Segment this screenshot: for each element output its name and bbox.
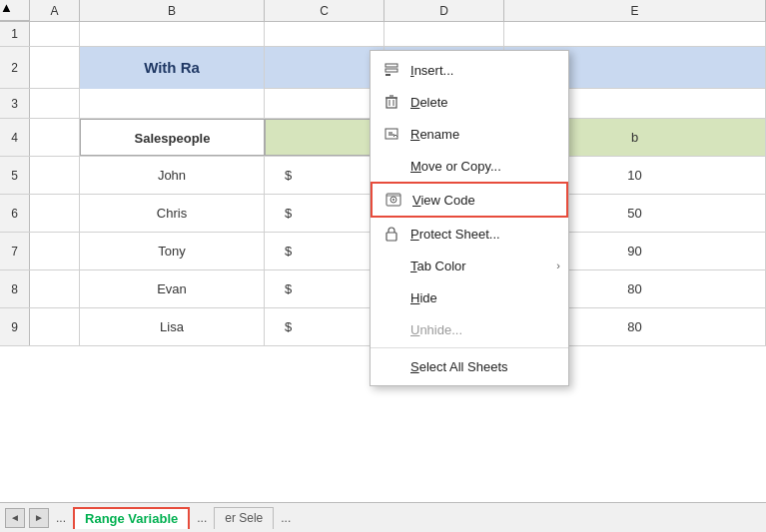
menu-protect-label: Protect Sheet... [410,227,500,242]
tab-bar: ◄ ► ... Range Variable ... er Sele ... [0,502,766,532]
menu-delete-label: Delete [410,95,448,110]
row-header-4[interactable]: 4 [0,119,30,156]
cell-2b[interactable]: With Ra [80,47,265,89]
protect-icon [381,223,402,245]
row-header-2[interactable]: 2 [0,47,30,88]
cell-8c[interactable]: $ [265,270,384,307]
movecopy-icon [381,155,402,177]
menu-item-delete[interactable]: Delete [371,86,568,118]
menu-hide-label: Hide [410,290,437,305]
cell-8a[interactable] [30,270,80,307]
tab-dots-far-right: ... [278,511,294,525]
cell-5a[interactable] [30,157,80,194]
cell-7b[interactable]: Tony [80,233,265,269]
tabcolor-icon [381,255,402,276]
menu-movecopy-label: Move or Copy... [410,159,501,174]
cell-1a[interactable] [30,22,80,46]
tab-nav-right-btn[interactable]: ► [29,508,49,528]
hide-icon [381,286,402,308]
svg-rect-15 [386,233,396,241]
row-1: 1 [0,22,766,47]
col-header-d[interactable]: D [384,0,504,21]
cell-3a[interactable] [30,89,80,118]
cell-6a[interactable] [30,195,80,232]
row-header-8[interactable]: 8 [0,270,30,307]
menu-selectall-label: Select All Sheets [410,359,508,374]
tab-other[interactable]: er Sele [214,507,274,529]
menu-item-viewcode[interactable]: View Code [371,182,568,218]
menu-rename-label: Rename [410,127,459,142]
menu-item-hide[interactable]: Hide [371,281,568,313]
spreadsheet: ▲ A B C D E 1 2 With Ra 3 4 Salespeople [0,0,766,532]
cell-1d[interactable] [384,22,504,46]
unhide-icon [381,318,402,340]
tab-range-variable[interactable]: Range Variable [73,507,190,529]
row-header-3[interactable]: 3 [0,89,30,118]
menu-item-movecopy[interactable]: Move or Copy... [371,150,568,182]
cell-9b[interactable]: Lisa [80,308,265,345]
col-header-b[interactable]: B [80,0,265,21]
tab-dots-left: ... [53,511,69,525]
tab-nav-left-btn[interactable]: ◄ [5,508,25,528]
cell-3b[interactable] [80,89,265,118]
tabcolor-arrow-icon: › [556,260,560,271]
cell-5b[interactable]: John [80,157,265,194]
cell-1e[interactable] [504,22,766,46]
svg-rect-2 [385,74,390,76]
rename-icon [381,123,402,145]
svg-rect-8 [385,129,397,139]
cell-6c[interactable]: $ [265,195,384,232]
cell-7c[interactable]: $ [265,233,384,269]
viewcode-icon [383,189,404,211]
menu-viewcode-label: View Code [412,193,475,208]
row-header-7[interactable]: 7 [0,233,30,269]
row-header-1[interactable]: 1 [0,22,30,46]
menu-item-protect[interactable]: Protect Sheet... [371,218,568,250]
menu-item-tabcolor[interactable]: Tab Color › [371,250,568,281]
menu-item-insert[interactable]: Insert... [371,54,568,86]
col-header-e[interactable]: E [504,0,766,21]
svg-rect-3 [386,98,396,108]
svg-point-13 [392,199,394,201]
menu-tabcolor-label: Tab Color [410,259,466,273]
context-menu: Insert... Delete [370,50,569,386]
delete-icon [381,91,402,113]
cell-9a[interactable] [30,308,80,345]
cell-4b[interactable]: Salespeople [80,119,265,156]
cell-7a[interactable] [30,233,80,269]
menu-item-unhide[interactable]: Unhide... [371,313,568,345]
cell-1c[interactable] [265,22,384,46]
cell-4c[interactable] [265,119,384,156]
cell-2c[interactable] [265,47,384,88]
corner-cell[interactable]: ▲ [0,0,30,21]
tab-dots-right: ... [194,511,210,525]
row-header-9[interactable]: 9 [0,308,30,345]
row-header-6[interactable]: 6 [0,195,30,232]
svg-rect-0 [385,64,397,67]
menu-insert-label: Insert... [410,63,453,78]
insert-icon [381,59,402,81]
col-header-c[interactable]: C [265,0,384,21]
col-header-a[interactable]: A [30,0,80,21]
cell-1b[interactable] [80,22,265,46]
menu-separator [371,347,568,348]
cell-5c[interactable]: $ [265,157,384,194]
cell-9c[interactable]: $ [265,308,384,345]
menu-item-selectall[interactable]: Select All Sheets [371,350,568,382]
column-headers: ▲ A B C D E [0,0,766,22]
cell-3c[interactable] [265,89,384,118]
cell-2a[interactable] [30,47,80,88]
cell-8b[interactable]: Evan [80,270,265,307]
selectall-icon [381,355,402,377]
row-header-5[interactable]: 5 [0,157,30,194]
svg-rect-1 [385,69,397,72]
cell-4a[interactable] [30,119,80,156]
menu-item-rename[interactable]: Rename [371,118,568,150]
menu-unhide-label: Unhide... [410,322,462,337]
cell-6b[interactable]: Chris [80,195,265,232]
